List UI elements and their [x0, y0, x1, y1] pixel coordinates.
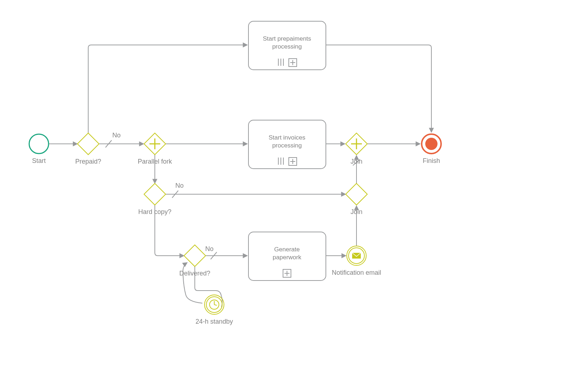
gateway-hardcopy[interactable]	[144, 183, 166, 205]
task-paperwork[interactable]: Generate paperwork	[248, 232, 326, 281]
start-label: Start	[32, 157, 46, 164]
clock-icon	[210, 300, 219, 309]
svg-text:processing: processing	[272, 43, 302, 50]
multi-instance-icon	[278, 59, 283, 66]
subprocess-icon	[283, 269, 291, 277]
task-invoices[interactable]: Start invoices processing	[248, 120, 326, 169]
svg-text:Start invoices: Start invoices	[269, 134, 305, 141]
label-delivered-no: No	[205, 245, 214, 252]
task-prepay[interactable]: Start prepaiments processing	[248, 21, 326, 70]
email-label: Notification email	[332, 269, 381, 276]
svg-text:paperwork: paperwork	[273, 254, 301, 261]
svg-point-6	[425, 138, 437, 150]
message-event-email[interactable]	[347, 246, 366, 265]
gateway-fork[interactable]	[144, 133, 166, 155]
gateway-hardcopy-label: Hard copy?	[138, 208, 171, 215]
gateway-join2[interactable]	[346, 183, 367, 205]
timer-event-standby[interactable]	[205, 295, 224, 314]
start-event[interactable]	[29, 134, 49, 154]
finish-label: Finish	[423, 157, 440, 164]
edge-prepaid-prepay	[88, 45, 247, 133]
gateway-join2-label: Join	[350, 208, 362, 215]
gateway-delivered-label: Delivered?	[179, 270, 210, 277]
gateway-prepaid[interactable]	[77, 133, 99, 155]
subprocess-icon	[289, 158, 297, 165]
subprocess-icon	[289, 59, 297, 67]
svg-text:processing: processing	[272, 142, 302, 149]
bpmn-diagram: No No No Start Finish Prepaid? Parallel …	[0, 0, 561, 392]
svg-text:Start prepaiments: Start prepaiments	[263, 35, 311, 42]
svg-point-4	[29, 134, 49, 154]
edge-standby-delivered	[183, 263, 202, 303]
label-hardcopy-no: No	[175, 182, 184, 189]
gateway-delivered[interactable]	[184, 245, 206, 266]
svg-line-39	[214, 305, 217, 305]
gateway-fork-label: Parallel fork	[138, 158, 172, 165]
envelope-icon	[352, 253, 361, 259]
gateway-join1[interactable]	[346, 133, 367, 155]
svg-text:Generate: Generate	[274, 246, 300, 253]
edge-prepay-finish	[326, 45, 431, 132]
gateway-prepaid-label: Prepaid?	[75, 158, 101, 165]
timer-label: 24-h standby	[196, 318, 233, 325]
gateway-join1-label: Join	[350, 158, 362, 165]
finish-event[interactable]	[422, 134, 441, 154]
label-prepaid-no: No	[112, 132, 121, 139]
multi-instance-icon	[278, 158, 283, 165]
